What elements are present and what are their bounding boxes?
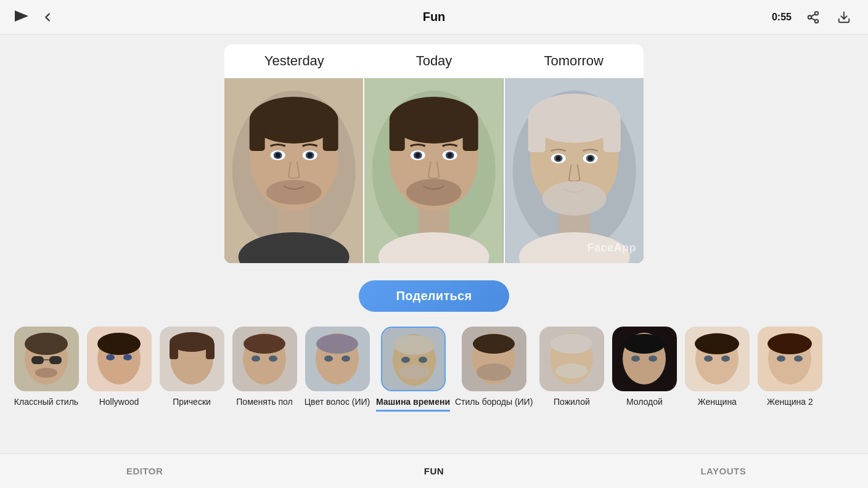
- bottom-nav: EDITOR FUN LAYOUTS: [0, 453, 868, 488]
- svg-rect-13: [250, 120, 265, 151]
- svg-point-17: [276, 153, 280, 158]
- image-today: [364, 78, 504, 263]
- svg-point-87: [473, 334, 515, 354]
- svg-point-54: [25, 333, 68, 355]
- filter-thumb-11: [758, 327, 822, 391]
- svg-point-62: [106, 354, 115, 360]
- filter-thumb-6: [381, 327, 446, 391]
- filter-label-5: Цвет волос (ИИ): [305, 396, 370, 407]
- svg-point-82: [401, 357, 410, 363]
- filter-label-11: Женщина 2: [767, 396, 813, 407]
- top-bar-left: [15, 8, 57, 26]
- svg-point-84: [399, 365, 430, 380]
- svg-rect-44: [603, 118, 620, 152]
- svg-point-97: [649, 356, 657, 362]
- svg-rect-56: [49, 356, 62, 364]
- svg-point-58: [35, 368, 57, 378]
- svg-rect-68: [206, 342, 215, 359]
- top-bar-right: 0:55: [772, 8, 853, 26]
- svg-marker-0: [15, 10, 28, 22]
- label-tomorrow: Tomorrow: [504, 44, 644, 78]
- svg-point-76: [316, 334, 358, 354]
- filter-item-6[interactable]: Машина времени: [376, 327, 450, 412]
- filter-item-2[interactable]: Hollywood: [85, 327, 153, 407]
- svg-rect-14: [323, 120, 338, 151]
- filter-thumb-3: [160, 327, 224, 391]
- panel-images: FaceApp: [224, 78, 644, 263]
- filter-item-7[interactable]: Стиль бороды (ИИ): [455, 327, 533, 407]
- top-bar: Fun 0:55: [0, 0, 868, 35]
- filter-item-4[interactable]: Поменять пол: [231, 327, 298, 407]
- filter-strip: Классный стиль Hollywood: [0, 327, 868, 412]
- filter-item-10[interactable]: Женщина: [683, 327, 751, 407]
- filter-item-9[interactable]: Молодой: [610, 327, 678, 407]
- svg-point-105: [768, 333, 812, 354]
- svg-point-83: [419, 357, 427, 363]
- svg-point-63: [123, 354, 132, 360]
- filter-item-11[interactable]: Женщина 2: [756, 327, 824, 407]
- app-logo-icon: [15, 10, 28, 24]
- page-title: Fun: [423, 10, 446, 24]
- filter-thumb-5: [305, 327, 370, 391]
- back-button[interactable]: [38, 8, 57, 26]
- svg-point-106: [777, 356, 785, 362]
- filter-item-5[interactable]: Цвет волос (ИИ): [303, 327, 371, 407]
- filter-label-10: Женщина: [698, 396, 737, 407]
- filter-label-6: Машина времени: [376, 396, 450, 407]
- svg-point-95: [623, 334, 665, 354]
- nav-editor[interactable]: EDITOR: [0, 461, 289, 481]
- filter-label-4: Поменять пол: [236, 396, 292, 407]
- svg-point-92: [555, 364, 588, 378]
- svg-point-91: [551, 334, 592, 354]
- svg-line-5: [811, 14, 815, 16]
- svg-point-72: [252, 356, 260, 362]
- main-content: Yesterday Today Tomorrow: [0, 35, 868, 412]
- svg-point-100: [695, 333, 739, 354]
- filter-item-3[interactable]: Прически: [158, 327, 226, 407]
- filter-thumb-1: [14, 327, 79, 391]
- svg-point-96: [631, 356, 640, 362]
- svg-point-73: [269, 356, 277, 362]
- nav-layouts[interactable]: LAYOUTS: [579, 461, 868, 481]
- svg-point-20: [308, 153, 313, 158]
- filter-thumb-2: [87, 327, 152, 391]
- filter-item-1[interactable]: Классный стиль: [12, 327, 80, 407]
- filter-label-1: Классный стиль: [14, 396, 78, 407]
- svg-point-78: [342, 356, 350, 362]
- label-today: Today: [364, 44, 504, 78]
- watermark: FaceApp: [587, 242, 636, 254]
- filter-label-2: Hollywood: [99, 396, 139, 407]
- svg-point-21: [266, 180, 322, 205]
- filter-label-8: Пожилой: [554, 396, 590, 407]
- svg-rect-67: [170, 342, 178, 359]
- image-tomorrow: FaceApp: [505, 78, 644, 263]
- svg-point-35: [448, 153, 452, 158]
- svg-line-4: [811, 18, 815, 20]
- svg-point-71: [244, 334, 285, 354]
- share-button-top[interactable]: [804, 8, 822, 26]
- filter-item-8[interactable]: Пожилой: [538, 327, 605, 407]
- image-yesterday: [224, 78, 364, 263]
- svg-point-61: [97, 333, 141, 355]
- share-action-button[interactable]: Поделиться: [359, 280, 509, 312]
- download-button[interactable]: [835, 8, 853, 26]
- image-panel: Yesterday Today Tomorrow: [224, 44, 644, 263]
- svg-rect-28: [390, 120, 405, 151]
- filter-thumb-8: [539, 327, 604, 391]
- svg-point-77: [324, 356, 333, 362]
- svg-point-51: [542, 181, 606, 216]
- svg-point-36: [406, 179, 462, 206]
- svg-point-50: [588, 156, 592, 161]
- filter-label-9: Молодой: [626, 396, 663, 407]
- filter-label-3: Прически: [173, 396, 211, 407]
- svg-point-102: [721, 356, 730, 362]
- filter-thumb-9: [612, 327, 677, 391]
- nav-fun[interactable]: FUN: [289, 461, 578, 481]
- svg-point-107: [794, 356, 803, 362]
- filter-thumb-7: [462, 327, 526, 391]
- svg-rect-43: [528, 118, 545, 152]
- filter-thumb-4: [232, 327, 297, 391]
- status-time: 0:55: [772, 12, 792, 23]
- svg-rect-29: [463, 120, 478, 151]
- svg-point-32: [416, 153, 420, 158]
